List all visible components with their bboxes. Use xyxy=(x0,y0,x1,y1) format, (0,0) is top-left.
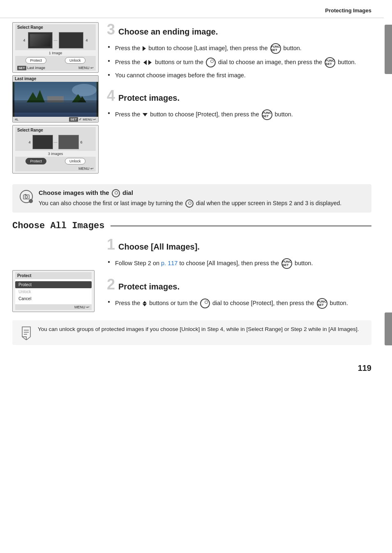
arrow-right-icon-2 xyxy=(148,60,152,65)
svg-point-1 xyxy=(72,84,97,96)
screen-last-image: Last image xyxy=(12,75,99,123)
protect-menu-icon: MENU ↩ xyxy=(74,305,90,309)
step3-bullet-1: Press the button to choose [Last image],… xyxy=(107,43,371,54)
step4-title: Protect images. xyxy=(118,92,180,103)
choose-all-step2-number: 2 xyxy=(107,277,115,292)
step3-images: Select Range 4 — 4 1 Image Protect Unloc… xyxy=(12,22,99,176)
screen-num-left-2: 4 xyxy=(28,140,30,144)
info-box-title: Choose images with the dial xyxy=(39,189,341,197)
screen-buttons-1: Protect Unlock xyxy=(15,56,96,65)
arrow-updown-icon xyxy=(143,301,147,306)
screen-buttons-2: Protect Unlock xyxy=(15,157,96,166)
step4-header: 4 Protect images. xyxy=(107,88,371,106)
choose-all-step2-title: Protect images. xyxy=(118,280,180,292)
screen-select-range-2: Select Range 4 — 6 3 images Protect Unlo… xyxy=(12,125,99,174)
choose-all-step2-header: 2 Protect images. xyxy=(107,277,371,295)
choose-all-images: Protect Protect Unlock Cancel MENU ↩ xyxy=(12,237,99,312)
protect-menu-protect: Protect xyxy=(15,281,92,288)
info-icon-container xyxy=(19,189,34,204)
arrow-down-small-icon xyxy=(143,304,147,306)
arrow-down-icon xyxy=(143,113,148,116)
dial-icon-info-2 xyxy=(185,199,194,208)
side-tab-top xyxy=(385,25,392,74)
screen-unlock-btn-1: Unlock xyxy=(65,57,85,64)
svg-point-9 xyxy=(25,196,28,198)
step4-number: 4 xyxy=(107,88,115,103)
screen-select-range-1: Select Range 4 — 4 1 Image Protect Unloc… xyxy=(12,22,99,73)
screen-unlock-btn-2: Unlock xyxy=(65,158,85,164)
main-content: Select Range 4 — 4 1 Image Protect Unloc… xyxy=(0,18,384,359)
screen-count-2: 3 images xyxy=(15,151,96,157)
arrow-right-icon-1 xyxy=(143,46,146,51)
landscape-image xyxy=(13,82,98,117)
page-number: 119 xyxy=(0,359,384,377)
page-link[interactable]: p. 117 xyxy=(161,260,178,266)
section-choose-all-title: Choose All Images xyxy=(12,221,104,231)
func-set-icon-3: FUNCSET xyxy=(262,109,272,120)
protect-screen-footer: MENU ↩ xyxy=(15,304,92,310)
dial-icon-1 xyxy=(206,58,216,67)
step4-bullet-1: Press the button to choose [Protect], th… xyxy=(107,109,371,120)
choose-all-step1-title: Choose [All Images]. xyxy=(118,241,200,252)
protect-screen-title: Protect xyxy=(15,272,92,279)
step3-bullets: Press the button to choose [Last image],… xyxy=(107,43,371,80)
header-title: Protecting Images xyxy=(325,7,371,14)
info-box: Choose images with the dial You can also… xyxy=(12,184,371,213)
protect-screen: Protect Protect Unlock Cancel MENU ↩ xyxy=(12,270,95,312)
func-set-icon-4: FUNCSET xyxy=(281,258,292,269)
choose-all-steps-content: 1 Choose [All Images]. Follow Step 2 on … xyxy=(107,237,371,312)
func-set-icon-5: FUNCSET xyxy=(317,298,327,309)
screen-set-last: SET Last image xyxy=(17,66,45,70)
arrow-lr-icon xyxy=(143,60,152,65)
step4-bullets: Press the button to choose [Protect], th… xyxy=(107,109,371,120)
step3-number: 3 xyxy=(107,22,115,37)
screen-dash: — xyxy=(54,38,58,42)
protect-menu-unlock: Unlock xyxy=(15,289,92,295)
step3-bullet-3: You cannot choose images before the firs… xyxy=(107,71,371,80)
step3-content: 3 Choose an ending image. Press the butt… xyxy=(107,22,371,123)
screen-count-1: 1 Image xyxy=(15,50,96,56)
side-tab-bottom xyxy=(385,312,392,345)
screen-title-last: Last image xyxy=(13,76,98,82)
info-box-content: Choose images with the dial You can also… xyxy=(39,189,341,208)
camera-settings-icon xyxy=(20,190,33,203)
screen-num-right-1: 4 xyxy=(86,38,88,42)
note-text: You can unlock groups of protected image… xyxy=(38,325,359,333)
step3-row: Select Range 4 — 4 1 Image Protect Unloc… xyxy=(12,22,371,176)
arrow-left-icon xyxy=(143,60,147,65)
choose-all-step2-bullets: Press the buttons or turn the dial to ch… xyxy=(107,298,371,309)
note-box: You can unlock groups of protected image… xyxy=(12,320,371,345)
note-icon-container xyxy=(19,325,34,340)
choose-all-step2-bullet-1: Press the buttons or turn the dial to ch… xyxy=(107,298,371,309)
screen-footer-1: SET Last image MENU ↩ xyxy=(15,65,96,71)
protect-menu-cancel: Cancel xyxy=(15,295,92,302)
svg-rect-10 xyxy=(25,194,26,195)
func-set-icon-1: FUNCSET xyxy=(270,43,281,54)
screen-footer-last: 4L SET ✐ MENU ↩ xyxy=(13,117,98,122)
screen-title-select-range-1: Select Range xyxy=(15,24,96,30)
section-divider: Choose All Images xyxy=(12,221,371,231)
choose-all-step1-number: 1 xyxy=(107,237,115,252)
screen-dash-2: — xyxy=(54,140,58,144)
section-divider-line xyxy=(111,225,371,227)
choose-all-step1-bullets: Follow Step 2 on p. 117 to choose [All I… xyxy=(107,258,371,269)
screen-num-right-2: 6 xyxy=(81,140,83,144)
choose-all-step1-header: 1 Choose [All Images]. xyxy=(107,237,371,255)
dial-icon-info xyxy=(112,189,120,197)
step3-bullet-2: Press the buttons or turn the dial to ch… xyxy=(107,57,371,68)
screen-set-menu-last: SET ✐ MENU ↩ xyxy=(69,118,96,121)
info-box-body: You can also choose the first or last im… xyxy=(39,199,341,208)
screen-title-select-range-2: Select Range xyxy=(15,127,96,133)
dial-icon-2 xyxy=(200,298,210,308)
screen-footer-2: MENU ↩ xyxy=(15,166,96,171)
screen-protect-btn-2: Protect xyxy=(25,158,46,164)
svg-rect-2 xyxy=(14,102,97,117)
screen-corner-4l: 4L xyxy=(15,118,18,121)
arrow-up-small-icon xyxy=(143,301,147,303)
step3-title: Choose an ending image. xyxy=(118,25,218,37)
screen-num-left-1: 4 xyxy=(23,38,25,42)
page-number-value: 119 xyxy=(358,363,371,373)
step3-header: 3 Choose an ending image. xyxy=(107,22,371,40)
screen-menu-2: MENU ↩ xyxy=(78,167,94,171)
screen-protect-btn-1: Protect xyxy=(25,57,46,64)
